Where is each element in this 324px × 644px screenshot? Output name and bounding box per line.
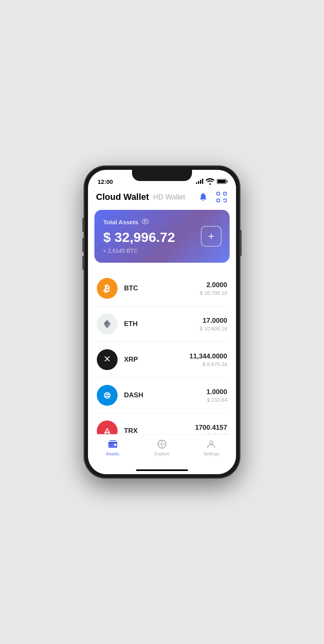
assets-title: Total Assets [103, 219, 138, 225]
battery-icon [217, 179, 226, 184]
trx-name: TRX [124, 427, 195, 434]
assets-card: Total Assets $ 32,996.72 ≈ 2,6145 BTC + [94, 210, 230, 263]
nav-explore-label: Explore [154, 451, 169, 456]
add-asset-button[interactable]: + [201, 226, 222, 247]
coin-item-trx[interactable]: TRX 1700.4157 $ 124.18 [94, 413, 230, 434]
eye-svg [142, 219, 149, 224]
header-icons [197, 191, 228, 203]
trx-amount: 1700.4157 [195, 424, 227, 432]
svg-point-8 [144, 221, 146, 223]
header: Cloud Wallet HD Wallet [88, 187, 236, 208]
settings-person-icon [206, 439, 217, 450]
xrp-logo [97, 349, 118, 370]
tron-icon [102, 426, 112, 434]
xrp-values: 11,344.0000 $ 8,676.34 [189, 352, 227, 367]
btc-name: BTC [124, 284, 200, 292]
bitcoin-icon [102, 283, 113, 294]
home-indicator [88, 466, 236, 474]
svg-marker-9 [107, 320, 111, 325]
notification-button[interactable] [197, 191, 210, 203]
explore-icon [156, 439, 168, 450]
header-left: Cloud Wallet HD Wallet [96, 192, 185, 202]
btc-logo [97, 278, 118, 299]
svg-rect-0 [217, 192, 220, 195]
nav-assets[interactable]: Assets [88, 439, 137, 456]
coin-item-dash[interactable]: DASH 1.0000 $ 233.84 [94, 378, 230, 413]
svg-point-7 [142, 219, 148, 224]
phone-frame: 12:00 Cloud Wallet HD Walle [84, 166, 240, 478]
dash-name: DASH [124, 391, 206, 399]
assets-btc-equivalent: ≈ 2,6145 BTC [103, 248, 221, 254]
wifi-icon [205, 177, 215, 186]
svg-point-20 [161, 443, 163, 445]
coin-item-eth[interactable]: ETH 17.0000 $ 10,606.18 [94, 306, 230, 342]
eye-icon[interactable] [142, 219, 149, 225]
cloud-wallet-title: Cloud Wallet [96, 192, 149, 202]
xrp-usd: $ 8,676.34 [189, 361, 227, 367]
home-bar [136, 469, 188, 471]
svg-rect-2 [217, 199, 220, 202]
coin-item-xrp[interactable]: XRP 11,344.0000 $ 8,676.34 [94, 342, 230, 378]
dash-icon [102, 390, 112, 400]
signal-bars-icon [196, 179, 203, 184]
eth-name: ETH [124, 320, 200, 328]
svg-rect-1 [224, 192, 226, 195]
hd-wallet-tab[interactable]: HD Wallet [153, 193, 185, 201]
btc-usd: $ 16,706.18 [200, 290, 227, 296]
nav-settings-label: Settings [203, 451, 219, 456]
nav-assets-label: Assets [106, 451, 119, 456]
bell-icon [198, 192, 208, 202]
coin-item-btc[interactable]: BTC 2.0000 $ 16,706.18 [94, 271, 230, 306]
plus-icon: + [208, 231, 214, 242]
svg-rect-17 [108, 442, 117, 444]
dash-usd: $ 233.84 [206, 397, 227, 403]
eth-values: 17.0000 $ 10,606.18 [200, 317, 227, 332]
dash-amount: 1.0000 [206, 388, 227, 396]
scan-button[interactable] [215, 191, 228, 203]
svg-marker-10 [104, 320, 107, 325]
nav-explore[interactable]: Explore [137, 439, 186, 456]
dash-logo [97, 385, 118, 406]
nav-settings[interactable]: Settings [187, 439, 236, 456]
ethereum-icon [102, 319, 112, 329]
bottom-nav: Assets Explore [88, 434, 236, 466]
eth-usd: $ 10,606.18 [200, 326, 227, 332]
eth-amount: 17.0000 [200, 317, 227, 325]
dash-values: 1.0000 $ 233.84 [206, 388, 227, 403]
phone-screen: 12:00 Cloud Wallet HD Walle [88, 170, 236, 474]
xrp-amount: 11,344.0000 [189, 352, 227, 360]
scan-icon [216, 192, 227, 202]
svg-rect-18 [114, 444, 116, 446]
notch [132, 170, 192, 181]
status-time: 12:00 [98, 178, 113, 185]
assets-title-row: Total Assets [103, 219, 221, 225]
coin-list: BTC 2.0000 $ 16,706.18 [88, 271, 236, 434]
eth-logo [97, 314, 118, 334]
svg-point-21 [210, 441, 213, 444]
wallet-icon [107, 439, 118, 450]
btc-amount: 2.0000 [200, 281, 227, 289]
xrp-icon [102, 354, 112, 365]
trx-values: 1700.4157 $ 124.18 [195, 424, 227, 435]
trx-logo [97, 421, 118, 434]
status-icons [196, 177, 226, 186]
btc-values: 2.0000 $ 16,706.18 [200, 281, 227, 296]
xrp-name: XRP [124, 356, 189, 364]
